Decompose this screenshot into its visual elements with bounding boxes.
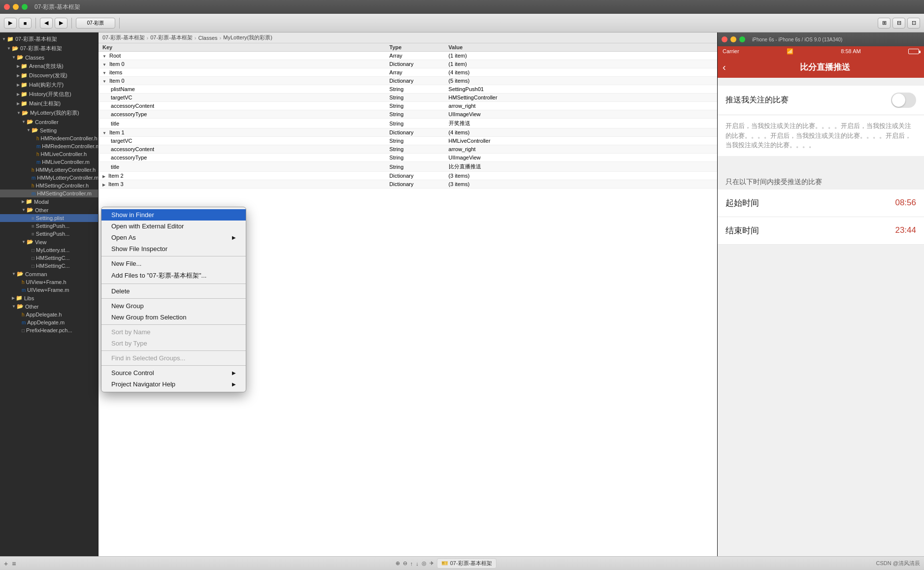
menu-item-new-group-from-selection[interactable]: New Group from Selection — [101, 312, 246, 323]
submenu-arrow-icon: ▶ — [232, 235, 236, 240]
menu-item-open-external[interactable]: Open with External Editor — [101, 221, 246, 232]
context-menu-overlay: Show in Finder Open with External Editor… — [0, 0, 924, 570]
menu-separator-5 — [101, 350, 246, 351]
menu-item-find-in-selected: Find in Selected Groups... — [101, 352, 246, 364]
menu-item-delete[interactable]: Delete — [101, 285, 246, 297]
menu-item-sort-by-name: Sort by Name — [101, 326, 246, 338]
menu-item-new-file[interactable]: New File... — [101, 258, 246, 269]
context-menu: Show in Finder Open with External Editor… — [101, 207, 246, 392]
menu-item-project-navigator-help[interactable]: Project Navigator Help ▶ — [101, 379, 246, 390]
menu-item-source-control[interactable]: Source Control ▶ — [101, 367, 246, 379]
menu-item-sort-by-type: Sort by Type — [101, 338, 246, 349]
menu-item-open-as[interactable]: Open As ▶ — [101, 232, 246, 243]
submenu-arrow-icon: ▶ — [232, 381, 236, 387]
menu-item-add-files[interactable]: Add Files to "07-彩票-基本框架"... — [101, 269, 246, 282]
submenu-arrow-icon: ▶ — [232, 370, 236, 376]
menu-separator-2 — [101, 284, 246, 284]
menu-separator-6 — [101, 365, 246, 366]
menu-separator-4 — [101, 324, 246, 325]
menu-item-new-group[interactable]: New Group — [101, 300, 246, 312]
menu-separator-1 — [101, 256, 246, 256]
menu-separator-3 — [101, 298, 246, 299]
menu-item-show-in-finder[interactable]: Show in Finder — [101, 209, 246, 221]
menu-item-show-file-inspector[interactable]: Show File Inspector — [101, 243, 246, 254]
